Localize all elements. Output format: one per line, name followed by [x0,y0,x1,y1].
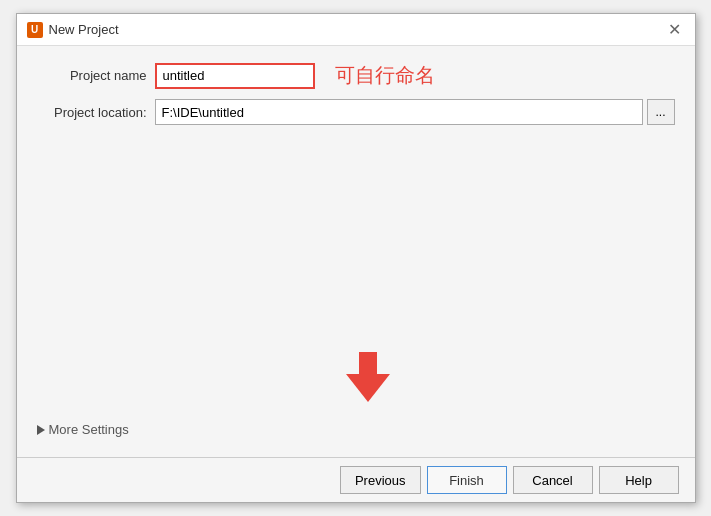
arrow-down [346,374,390,402]
project-location-row: Project location: ... [37,99,675,125]
previous-button[interactable]: Previous [340,466,421,494]
arrow-shaft [359,352,377,374]
project-name-input[interactable] [155,63,315,89]
arrow-wrapper [346,398,390,402]
finish-arrow-indicator [346,398,390,402]
close-button[interactable]: ✕ [665,20,685,40]
annotation-text: 可自行命名 [335,62,435,89]
project-name-row: Project name 可自行命名 [37,62,675,89]
more-settings-toggle[interactable]: More Settings [37,418,675,441]
help-button[interactable]: Help [599,466,679,494]
finish-button[interactable]: Finish [427,466,507,494]
cancel-button[interactable]: Cancel [513,466,593,494]
new-project-dialog: U New Project ✕ Project name 可自行命名 Proje… [16,13,696,503]
project-name-label: Project name [37,68,147,83]
expand-icon [37,425,45,435]
dialog-title: New Project [49,22,119,37]
project-location-input[interactable] [155,99,643,125]
location-wrapper: ... [155,99,675,125]
project-location-label: Project location: [37,105,147,120]
dialog-footer: Previous Finish Cancel Help [17,457,695,502]
browse-button[interactable]: ... [647,99,675,125]
title-bar: U New Project ✕ [17,14,695,46]
title-bar-left: U New Project [27,22,119,38]
more-settings-label: More Settings [49,422,129,437]
app-icon: U [27,22,43,38]
